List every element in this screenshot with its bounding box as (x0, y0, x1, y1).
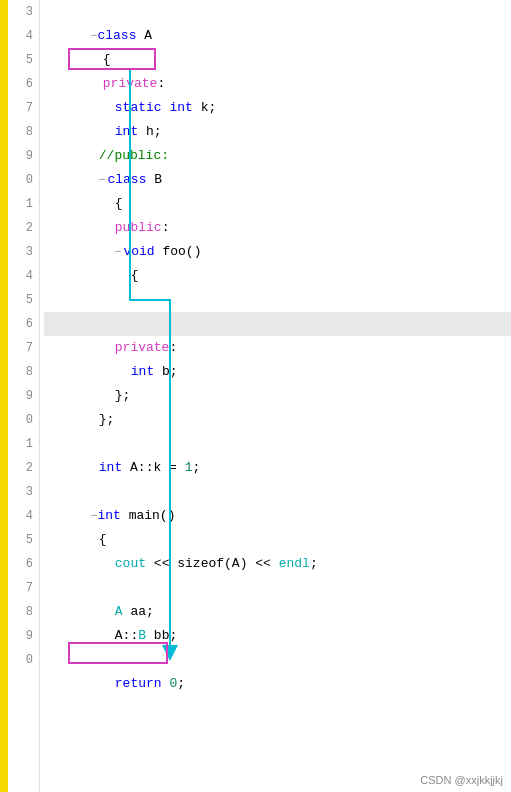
watermark: CSDN @xxjkkjjkj (420, 774, 503, 786)
line-num-16: 6 (8, 312, 33, 336)
code-content: −class A { private: static int k; int h;… (40, 0, 511, 792)
code-line-9: −class B (44, 144, 511, 168)
line-num-13: 3 (8, 240, 33, 264)
line-num-3: 3 (8, 0, 33, 24)
line-num-8: 8 (8, 120, 33, 144)
line-num-19: 9 (8, 384, 33, 408)
line-num-6: 6 (8, 72, 33, 96)
code-line-12: −void foo() (44, 216, 511, 240)
code-line-14 (44, 264, 511, 288)
code-line-26 (44, 552, 511, 576)
code-line-19: }; (44, 384, 511, 408)
line-num-30: 0 (8, 648, 33, 672)
code-line-24: { (44, 504, 511, 528)
line-num-4: 4 (8, 24, 33, 48)
line-num-7: 7 (8, 96, 33, 120)
code-line-11: public: (44, 192, 511, 216)
code-line-5: private: (44, 48, 511, 72)
code-line-15: } (44, 288, 511, 312)
line-num-22: 2 (8, 456, 33, 480)
code-line-27: A aa; (44, 576, 511, 600)
code-line-22 (44, 456, 511, 480)
line-num-9: 9 (8, 144, 33, 168)
code-line-30: return 0; (44, 648, 511, 672)
code-line-29 (44, 624, 511, 648)
code-line-23: −int main() (44, 480, 511, 504)
line-num-29: 9 (8, 624, 33, 648)
code-editor: 3 4 5 6 7 8 9 0 1 2 3 4 5 6 7 8 9 0 1 2 … (0, 0, 511, 792)
code-line-13: { (44, 240, 511, 264)
line-num-12: 2 (8, 216, 33, 240)
code-line-7: int h; (44, 96, 511, 120)
code-line-28: A::B bb; (44, 600, 511, 624)
line-num-17: 7 (8, 336, 33, 360)
code-line-21: int A::k = 1; (44, 432, 511, 456)
line-num-18: 8 (8, 360, 33, 384)
line-num-14: 4 (8, 264, 33, 288)
line-num-11: 1 (8, 192, 33, 216)
code-line-20 (44, 408, 511, 432)
line-num-27: 7 (8, 576, 33, 600)
line-num-28: 8 (8, 600, 33, 624)
line-num-10: 0 (8, 168, 33, 192)
code-line-18: }; (44, 360, 511, 384)
yellow-sidebar (0, 0, 8, 792)
line-num-21: 1 (8, 432, 33, 456)
line-num-20: 0 (8, 408, 33, 432)
line-num-26: 6 (8, 552, 33, 576)
code-line-25: cout << sizeof(A) << endl; (44, 528, 511, 552)
code-line-8: //public: (44, 120, 511, 144)
code-line-3: −class A (44, 0, 511, 24)
line-num-24: 4 (8, 504, 33, 528)
code-line-10: { (44, 168, 511, 192)
code-line-6: static int k; (44, 72, 511, 96)
line-num-5: 5 (8, 48, 33, 72)
code-line-17: int b; (44, 336, 511, 360)
line-num-25: 5 (8, 528, 33, 552)
code-line-4: { (44, 24, 511, 48)
line-numbers: 3 4 5 6 7 8 9 0 1 2 3 4 5 6 7 8 9 0 1 2 … (8, 0, 40, 792)
line-num-15: 5 (8, 288, 33, 312)
code-line-16: private: (44, 312, 511, 336)
line-num-23: 3 (8, 480, 33, 504)
